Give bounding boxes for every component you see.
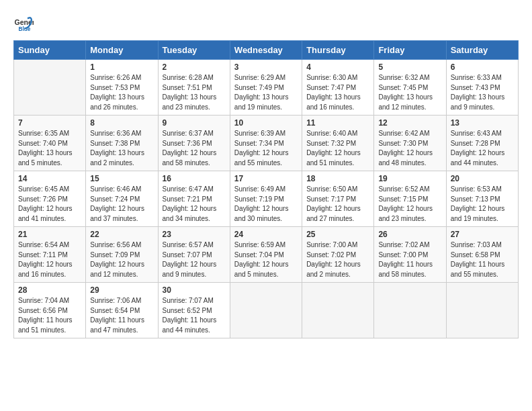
calendar-cell: 6Sunrise: 6:33 AM Sunset: 7:43 PM Daylig…: [446, 60, 518, 116]
day-info: Sunrise: 6:49 AM Sunset: 7:19 PM Dayligh…: [234, 185, 298, 224]
calendar-table: SundayMondayTuesdayWednesdayThursdayFrid…: [13, 40, 519, 338]
calendar-cell: 3Sunrise: 6:29 AM Sunset: 7:49 PM Daylig…: [230, 60, 302, 116]
day-number: 26: [378, 230, 441, 239]
day-number: 30: [163, 285, 226, 295]
day-info: Sunrise: 7:00 AM Sunset: 7:02 PM Dayligh…: [306, 240, 369, 279]
calendar-cell: 8Sunrise: 6:36 AM Sunset: 7:38 PM Daylig…: [86, 116, 158, 171]
calendar-cell: [446, 283, 518, 338]
day-number: 4: [306, 62, 369, 72]
day-number: 16: [163, 174, 226, 183]
calendar-cell: 11Sunrise: 6:40 AM Sunset: 7:32 PM Dayli…: [302, 116, 374, 171]
day-info: Sunrise: 7:07 AM Sunset: 6:52 PM Dayligh…: [163, 296, 226, 335]
day-number: 2: [163, 62, 226, 72]
calendar-cell: 26Sunrise: 7:02 AM Sunset: 7:00 PM Dayli…: [374, 227, 446, 283]
day-info: Sunrise: 6:56 AM Sunset: 7:09 PM Dayligh…: [90, 240, 153, 279]
calendar-cell: 9Sunrise: 6:37 AM Sunset: 7:36 PM Daylig…: [158, 116, 230, 171]
calendar-cell: 5Sunrise: 6:32 AM Sunset: 7:45 PM Daylig…: [374, 60, 446, 116]
calendar-cell: 12Sunrise: 6:42 AM Sunset: 7:30 PM Dayli…: [374, 116, 446, 171]
calendar-cell: 15Sunrise: 6:46 AM Sunset: 7:24 PM Dayli…: [86, 171, 158, 227]
calendar-cell: [374, 283, 446, 338]
week-row-2: 7Sunrise: 6:35 AM Sunset: 7:40 PM Daylig…: [14, 116, 519, 171]
day-number: 6: [451, 62, 514, 72]
calendar-cell: 19Sunrise: 6:52 AM Sunset: 7:15 PM Dayli…: [374, 171, 446, 227]
day-info: Sunrise: 6:35 AM Sunset: 7:40 PM Dayligh…: [18, 129, 81, 168]
calendar-cell: 20Sunrise: 6:53 AM Sunset: 7:13 PM Dayli…: [446, 171, 518, 227]
day-info: Sunrise: 6:26 AM Sunset: 7:53 PM Dayligh…: [90, 73, 153, 112]
day-info: Sunrise: 6:36 AM Sunset: 7:38 PM Dayligh…: [90, 129, 153, 168]
day-number: 12: [378, 118, 441, 128]
calendar-cell: 24Sunrise: 6:59 AM Sunset: 7:04 PM Dayli…: [230, 227, 302, 283]
day-info: Sunrise: 6:54 AM Sunset: 7:11 PM Dayligh…: [18, 240, 81, 279]
day-info: Sunrise: 6:45 AM Sunset: 7:26 PM Dayligh…: [18, 185, 81, 224]
calendar-cell: 30Sunrise: 7:07 AM Sunset: 6:52 PM Dayli…: [158, 283, 230, 338]
calendar-cell: 4Sunrise: 6:30 AM Sunset: 7:47 PM Daylig…: [302, 60, 374, 116]
weekday-header-friday: Friday: [374, 41, 446, 60]
calendar-cell: 22Sunrise: 6:56 AM Sunset: 7:09 PM Dayli…: [86, 227, 158, 283]
calendar-cell: 18Sunrise: 6:50 AM Sunset: 7:17 PM Dayli…: [302, 171, 374, 227]
day-number: 20: [451, 174, 514, 183]
day-number: 21: [18, 230, 81, 239]
calendar-cell: [230, 283, 302, 338]
day-info: Sunrise: 7:02 AM Sunset: 7:00 PM Dayligh…: [378, 240, 441, 279]
day-number: 11: [306, 118, 369, 128]
day-info: Sunrise: 6:29 AM Sunset: 7:49 PM Dayligh…: [234, 73, 298, 112]
day-info: Sunrise: 6:37 AM Sunset: 7:36 PM Dayligh…: [163, 129, 226, 168]
weekday-header-saturday: Saturday: [446, 41, 518, 60]
day-info: Sunrise: 6:50 AM Sunset: 7:17 PM Dayligh…: [306, 185, 369, 224]
day-number: 5: [378, 62, 441, 72]
page-header: General Blue: [13, 13, 519, 34]
calendar-cell: 21Sunrise: 6:54 AM Sunset: 7:11 PM Dayli…: [14, 227, 86, 283]
weekday-header-row: SundayMondayTuesdayWednesdayThursdayFrid…: [14, 41, 519, 60]
day-number: 3: [234, 62, 298, 72]
day-number: 13: [451, 118, 514, 128]
day-number: 14: [18, 174, 81, 183]
day-info: Sunrise: 6:42 AM Sunset: 7:30 PM Dayligh…: [378, 129, 441, 168]
day-info: Sunrise: 6:32 AM Sunset: 7:45 PM Dayligh…: [378, 73, 441, 112]
day-number: 9: [163, 118, 226, 128]
day-info: Sunrise: 6:40 AM Sunset: 7:32 PM Dayligh…: [306, 129, 369, 168]
calendar-cell: 17Sunrise: 6:49 AM Sunset: 7:19 PM Dayli…: [230, 171, 302, 227]
day-number: 27: [451, 230, 514, 239]
day-number: 15: [90, 174, 153, 183]
calendar-cell: 2Sunrise: 6:28 AM Sunset: 7:51 PM Daylig…: [158, 60, 230, 116]
day-number: 22: [90, 230, 153, 239]
day-info: Sunrise: 6:47 AM Sunset: 7:21 PM Dayligh…: [163, 185, 226, 224]
day-number: 18: [306, 174, 369, 183]
day-number: 24: [234, 230, 298, 239]
week-row-4: 21Sunrise: 6:54 AM Sunset: 7:11 PM Dayli…: [14, 227, 519, 283]
weekday-header-monday: Monday: [86, 41, 158, 60]
calendar-cell: 14Sunrise: 6:45 AM Sunset: 7:26 PM Dayli…: [14, 171, 86, 227]
svg-text:Blue: Blue: [19, 26, 31, 32]
day-info: Sunrise: 6:53 AM Sunset: 7:13 PM Dayligh…: [451, 185, 514, 224]
day-info: Sunrise: 6:59 AM Sunset: 7:04 PM Dayligh…: [234, 240, 298, 279]
logo: General Blue: [13, 13, 36, 34]
calendar-cell: 13Sunrise: 6:43 AM Sunset: 7:28 PM Dayli…: [446, 116, 518, 171]
calendar-cell: [14, 60, 86, 116]
day-number: 1: [90, 62, 153, 72]
week-row-1: 1Sunrise: 6:26 AM Sunset: 7:53 PM Daylig…: [14, 60, 519, 116]
week-row-5: 28Sunrise: 7:04 AM Sunset: 6:56 PM Dayli…: [14, 283, 519, 338]
day-info: Sunrise: 7:03 AM Sunset: 6:58 PM Dayligh…: [451, 240, 514, 279]
day-info: Sunrise: 6:28 AM Sunset: 7:51 PM Dayligh…: [163, 73, 226, 112]
day-number: 23: [163, 230, 226, 239]
day-number: 17: [234, 174, 298, 183]
day-info: Sunrise: 6:30 AM Sunset: 7:47 PM Dayligh…: [306, 73, 369, 112]
day-number: 28: [18, 285, 81, 295]
calendar-cell: 25Sunrise: 7:00 AM Sunset: 7:02 PM Dayli…: [302, 227, 374, 283]
day-info: Sunrise: 6:52 AM Sunset: 7:15 PM Dayligh…: [378, 185, 441, 224]
day-info: Sunrise: 7:06 AM Sunset: 6:54 PM Dayligh…: [90, 296, 153, 335]
weekday-header-tuesday: Tuesday: [158, 41, 230, 60]
logo-icon: General Blue: [13, 13, 34, 34]
day-info: Sunrise: 6:46 AM Sunset: 7:24 PM Dayligh…: [90, 185, 153, 224]
day-info: Sunrise: 6:39 AM Sunset: 7:34 PM Dayligh…: [234, 129, 298, 168]
calendar-cell: 23Sunrise: 6:57 AM Sunset: 7:07 PM Dayli…: [158, 227, 230, 283]
day-number: 7: [18, 118, 81, 128]
calendar-cell: 27Sunrise: 7:03 AM Sunset: 6:58 PM Dayli…: [446, 227, 518, 283]
calendar-cell: 16Sunrise: 6:47 AM Sunset: 7:21 PM Dayli…: [158, 171, 230, 227]
day-number: 10: [234, 118, 298, 128]
day-info: Sunrise: 6:33 AM Sunset: 7:43 PM Dayligh…: [451, 73, 514, 112]
day-number: 29: [90, 285, 153, 295]
weekday-header-sunday: Sunday: [14, 41, 86, 60]
calendar-cell: 10Sunrise: 6:39 AM Sunset: 7:34 PM Dayli…: [230, 116, 302, 171]
calendar-cell: 29Sunrise: 7:06 AM Sunset: 6:54 PM Dayli…: [86, 283, 158, 338]
